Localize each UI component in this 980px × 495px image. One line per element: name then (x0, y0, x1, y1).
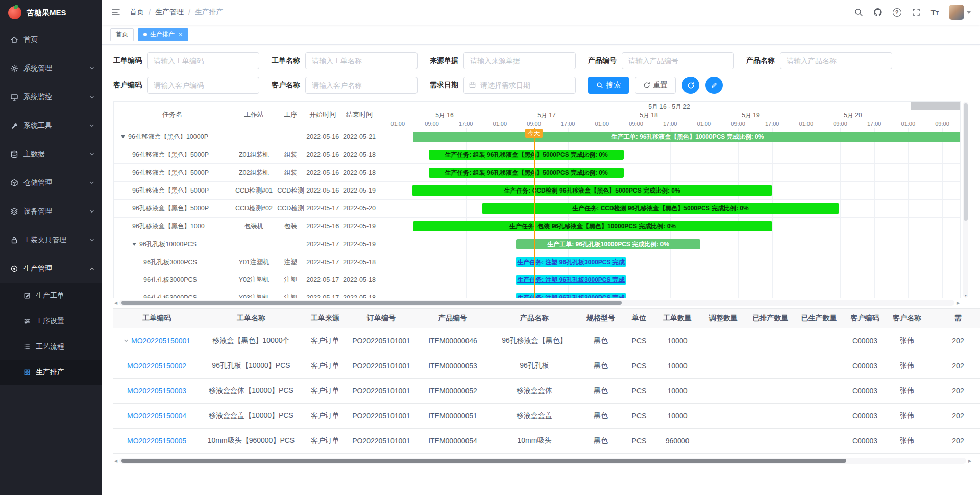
sidebar-item-fixtures[interactable]: 工装夹具管理 (0, 226, 102, 254)
scroll-left-arrow-icon[interactable]: ◀ (113, 301, 118, 305)
sidebar-item-production[interactable]: 生产管理 (0, 254, 102, 283)
breadcrumb-home[interactable]: 首页 (130, 8, 144, 17)
gantt-horizontal-scrollbar[interactable]: ◀ ▶ (113, 300, 961, 306)
gantt-task-row[interactable]: 96孔孔板3000PCSY02注塑机注塑2022-05-172022-05-18 (114, 271, 378, 289)
scrollbar-thumb[interactable] (121, 459, 846, 463)
demand-date-input[interactable] (463, 77, 576, 94)
table-cell: 客户订单 (302, 404, 348, 428)
fullscreen-icon[interactable] (912, 8, 921, 17)
scroll-left-arrow-icon[interactable]: ◀ (113, 459, 118, 463)
table-row[interactable]: MO202205150001移液盒【黑色】10000个客户订单PO2022051… (113, 328, 980, 353)
close-icon[interactable]: × (179, 31, 183, 38)
work-order-code-input[interactable] (147, 52, 259, 69)
sidebar-item-work-orders[interactable]: 生产工单 (0, 283, 102, 309)
expand-triangle-icon[interactable] (132, 243, 136, 246)
work-order-link[interactable]: MO202205150005 (127, 437, 186, 445)
gantt-bar[interactable]: 生产任务: 注塑 96孔孔板3000PCS 完成 (516, 257, 626, 267)
customer-code-input[interactable] (147, 77, 259, 94)
work-order-link[interactable]: MO202205150004 (127, 412, 186, 420)
gantt-bar[interactable]: 生产任务: 注塑 96孔孔板3000PCS 完成 (516, 275, 626, 285)
timeline-days-tier: 5月 165月 175月 185月 195月 20 (378, 110, 960, 119)
table-cell: ITEM00000051 (414, 404, 491, 428)
sidebar-item-home[interactable]: 首页 (0, 26, 102, 54)
table-row[interactable]: MO20220515000510mm吸头【960000】PCS客户订单PO202… (113, 429, 980, 454)
breadcrumb-production[interactable]: 生产管理 (155, 8, 184, 17)
table-row[interactable]: MO202205150003移液盒盒体【10000】PCS客户订单PO20220… (113, 379, 980, 404)
sidebar-item-system-tools[interactable]: 系统工具 (0, 111, 102, 140)
work-order-link[interactable]: MO202205150003 (127, 387, 186, 395)
product-code-input[interactable] (622, 52, 734, 69)
tab-scheduling[interactable]: 生产排产 × (138, 28, 188, 41)
gantt-bar[interactable]: 生产任务: CCD检测 96孔移液盒【黑色】5000PCS 完成比例: 0% (482, 203, 839, 214)
source-doc-input[interactable] (463, 52, 576, 69)
refresh-button[interactable] (682, 77, 699, 94)
help-icon[interactable]: ? (893, 8, 901, 17)
sidebar-item-system-mgmt[interactable]: 系统管理 (0, 54, 102, 83)
tab-label: 首页 (116, 30, 128, 39)
gantt-bar[interactable]: 生产工单: 96孔移液盒【黑色】10000PCS 完成比例: 0% (413, 132, 960, 142)
hour-label: 09:00 (935, 121, 949, 127)
scroll-down-arrow-icon[interactable]: ▼ (963, 294, 968, 297)
gantt-bar[interactable]: 生产任务: 组装 96孔移液盒【黑色】5000PCS 完成比例: 0% (429, 168, 624, 178)
search-button[interactable]: 搜索 (588, 77, 629, 94)
edit-button[interactable] (705, 77, 723, 94)
product-name-input[interactable] (780, 52, 892, 69)
table-row[interactable]: MO20220515000296孔孔板【10000】PCS客户订单PO20220… (113, 353, 980, 379)
app-logo[interactable]: 苦糖果MES (0, 0, 102, 26)
filter-label: 产品编号 (588, 56, 617, 65)
gantt-task-row[interactable]: 96孔移液盒【黑色】5000PCCD检测#01CCD检测2022-05-1620… (114, 182, 378, 200)
gantt-task-row[interactable]: 96孔移液盒【黑色】1000包装机包装2022-05-162022-05-19 (114, 218, 378, 235)
sidebar-item-label: 工装夹具管理 (23, 235, 66, 245)
gantt-bar[interactable]: 生产任务: CCD检测 96孔移液盒【黑色】5000PCS 完成比例: 0% (412, 185, 772, 196)
gantt-task-row[interactable]: 96孔孔板10000PCS2022-05-172022-05-19 (114, 235, 378, 253)
scroll-right-arrow-icon[interactable]: ▶ (955, 301, 961, 305)
gantt-bar[interactable]: 生产任务: 包装 96孔移液盒【黑色】10000PCS 完成比例: 0% (413, 221, 772, 231)
work-order-link[interactable]: MO202205150002 (127, 362, 186, 370)
end-time-cell: 2022-05-21 (341, 128, 378, 146)
gantt-bar[interactable]: 生产任务: 注塑 96孔孔板3000PCS 完成 (516, 293, 626, 298)
expand-triangle-icon[interactable] (121, 135, 125, 138)
table-column-header: 规格型号 (578, 309, 624, 328)
gantt-task-row[interactable]: 96孔孔板3000PCSY03注塑机注塑2022-05-172022-05-18 (114, 289, 378, 298)
gantt-task-row[interactable]: 96孔移液盒【黑色】10000P2022-05-162022-05-21 (114, 128, 378, 146)
sidebar-item-system-monitor[interactable]: 系统监控 (0, 83, 102, 111)
font-size-icon[interactable]: TT (931, 9, 939, 16)
sidebar-item-process-settings[interactable]: 工序设置 (0, 309, 102, 334)
search-icon[interactable] (854, 8, 863, 17)
avatar[interactable] (949, 5, 964, 20)
process-cell: 注塑 (277, 253, 304, 271)
work-order-name-input[interactable] (305, 52, 418, 69)
gantt-vertical-scrollbar[interactable]: ▼ (963, 102, 968, 298)
user-menu[interactable] (949, 5, 971, 20)
sidebar-item-label: 设备管理 (23, 207, 52, 216)
customer-name-input[interactable] (305, 77, 418, 94)
scroll-right-arrow-icon[interactable]: ▶ (967, 459, 972, 463)
table-horizontal-scrollbar[interactable]: ◀ ▶ (113, 458, 972, 464)
scrollbar-thumb[interactable] (964, 103, 968, 221)
github-icon[interactable] (873, 8, 883, 17)
expand-caret-icon[interactable] (123, 338, 129, 344)
filter-work-order-code: 工单编码 (113, 52, 259, 69)
start-time-cell: 2022-05-17 (304, 253, 341, 271)
sidebar-item-process-flow[interactable]: 工艺流程 (0, 334, 102, 360)
table-row[interactable]: MO202205150004移液盒盒盖【10000】PCS客户订单PO20220… (113, 404, 980, 429)
work-order-link[interactable]: MO202205150001 (131, 337, 190, 345)
scrollbar-thumb[interactable] (121, 301, 622, 305)
scrollbar-track[interactable] (119, 458, 966, 464)
reset-button[interactable]: 重置 (635, 77, 676, 94)
tab-home[interactable]: 首页 (110, 28, 134, 41)
sidebar-item-equipment[interactable]: 设备管理 (0, 197, 102, 226)
gantt-bar[interactable]: 生产工单: 96孔孔板10000PCS 完成比例: 0% (516, 239, 700, 249)
hamburger-icon[interactable] (111, 8, 120, 17)
gantt-task-row[interactable]: 96孔移液盒【黑色】5000PZ01组装机组装2022-05-162022-05… (114, 146, 378, 164)
table-column-header: 客户名称 (887, 309, 927, 328)
sidebar-item-master-data[interactable]: 主数据 (0, 140, 102, 169)
gantt-task-row[interactable]: 96孔移液盒【黑色】5000PZ02组装机组装2022-05-162022-05… (114, 164, 378, 182)
hour-label: 17:00 (561, 121, 575, 127)
sidebar-item-scheduling[interactable]: 生产排产 (0, 360, 102, 385)
gantt-task-row[interactable]: 96孔移液盒【黑色】5000PCCD检测#02CCD检测2022-05-1720… (114, 200, 378, 218)
gantt-bar[interactable]: 生产任务: 组装 96孔移液盒【黑色】5000PCS 完成比例: 0% (429, 150, 624, 160)
gantt-task-row[interactable]: 96孔孔板3000PCSY01注塑机注塑2022-05-172022-05-18 (114, 253, 378, 271)
sidebar-item-warehouse[interactable]: 仓储管理 (0, 169, 102, 197)
scrollbar-track[interactable] (119, 300, 954, 306)
